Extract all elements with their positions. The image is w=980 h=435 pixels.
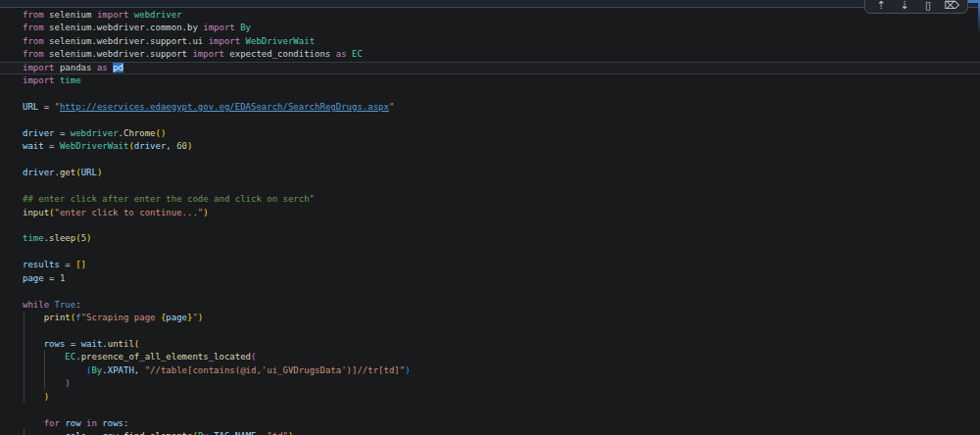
code-line[interactable]: import time [0, 74, 980, 87]
code-token: page [166, 313, 187, 322]
code-line[interactable]: from selenium.webdriver.support.ui impor… [0, 35, 980, 48]
code-line[interactable] [0, 285, 980, 298]
code-token: By [91, 365, 102, 375]
code-token: ) [405, 365, 410, 375]
code-token: , [257, 431, 268, 435]
code-line[interactable]: import pandas as pd [0, 62, 980, 74]
code-token: ) [86, 233, 91, 243]
code-line[interactable]: results = [] [0, 259, 980, 271]
code-line[interactable] [0, 154, 980, 167]
code-token: "td" [267, 431, 288, 435]
code-token: import [209, 36, 241, 46]
code-token: ) [288, 431, 293, 435]
code-token: 1 [60, 273, 65, 283]
code-line[interactable] [0, 88, 980, 101]
code-line[interactable]: from selenium.webdriver.support import e… [0, 48, 980, 61]
code-token: expected_conditions [224, 49, 336, 59]
code-line[interactable]: while True: [0, 299, 980, 312]
code-line[interactable]: from selenium import webdriver [0, 9, 980, 22]
code-token: get [60, 168, 75, 177]
code-token: = [55, 128, 71, 138]
code-token: from [23, 36, 44, 46]
code-line[interactable]: driver.get(URL) [0, 167, 980, 179]
code-token: , [134, 365, 145, 375]
code-token: = [44, 141, 60, 151]
code-token: ( [251, 352, 256, 362]
copy-cell-button[interactable]: ▯ [919, 0, 937, 12]
code-line[interactable]: cols = row.find_elements(By.TAG_NAME, "t… [0, 430, 980, 435]
run-above-icon: ⇡ [876, 0, 885, 11]
code-token [23, 313, 44, 322]
code-line[interactable] [0, 246, 980, 259]
code-token: in [86, 418, 97, 428]
code-token: WebDriverWait [240, 36, 315, 46]
code-token: import [23, 75, 55, 85]
code-line[interactable]: ## enter click after enter the code and … [0, 193, 980, 206]
run-below-icon: ⇣ [900, 0, 908, 11]
notebook-cell-editor: ⇡⇣▯⌦ from selenium import webdriverfrom … [0, 0, 980, 435]
code-token: while [23, 300, 49, 310]
code-line[interactable] [0, 180, 980, 193]
code-line[interactable]: EC.presence_of_all_elements_located( [0, 351, 980, 363]
code-token: ( [134, 339, 139, 349]
code-token: ) [198, 313, 203, 322]
code-token: pandas [55, 63, 97, 72]
code-token: from [23, 23, 44, 32]
code-token: : [123, 418, 128, 428]
code-token: page [23, 273, 44, 283]
code-token: = [86, 431, 102, 435]
delete-cell-button[interactable]: ⌦ [943, 0, 960, 12]
code-token: EC [65, 352, 75, 362]
code-token: from [23, 49, 44, 59]
code-line[interactable]: time.sleep(5) [0, 232, 980, 245]
code-line[interactable]: page = 1 [0, 272, 980, 285]
code-token: results [23, 260, 60, 269]
code-token: selenium [44, 10, 97, 20]
code-token: from [23, 10, 44, 20]
run-below-button[interactable]: ⇣ [896, 0, 913, 12]
code-line[interactable]: ) [0, 391, 980, 404]
code-token: "Scraping page [81, 313, 161, 322]
code-line[interactable]: URL = "http://eservices.edaegypt.gov.eg/… [0, 101, 980, 114]
code-token: import [203, 23, 235, 32]
code-line[interactable]: wait = WebDriverWait(driver, 60) [0, 140, 980, 153]
code-token: By [235, 23, 251, 32]
code-line[interactable] [0, 115, 980, 127]
code-token: ) [97, 168, 102, 177]
code-token: ) [187, 141, 192, 151]
code-line[interactable]: rows = wait.until( [0, 338, 980, 351]
code-token [23, 431, 65, 435]
cell-top-border [0, 0, 980, 8]
code-token: row [65, 418, 80, 428]
code-token: "enter click to continue..." [55, 208, 204, 218]
code-token: time [55, 75, 81, 85]
code-token: wait [81, 339, 103, 349]
code-token [23, 339, 44, 349]
code-token: as [336, 49, 347, 59]
code-editor[interactable]: from selenium import webdriverfrom selen… [0, 9, 980, 435]
copy-cell-icon: ▯ [925, 0, 931, 11]
code-line[interactable]: input("enter click to continue...") [0, 207, 980, 219]
code-token: Chrome [123, 128, 156, 138]
code-token: until [108, 339, 134, 349]
code-line[interactable]: ) [0, 377, 980, 390]
code-token: rows [102, 418, 123, 428]
code-line[interactable]: (By.XPATH, "//table[contains(@id,'ui_GVD… [0, 364, 980, 377]
code-line[interactable] [0, 404, 980, 416]
code-line[interactable] [0, 325, 980, 338]
code-token: input [23, 208, 49, 218]
code-token: rows [44, 339, 66, 349]
code-line[interactable]: from selenium.webdriver.common.by import… [0, 22, 980, 34]
run-above-button[interactable]: ⇡ [872, 0, 890, 12]
code-line[interactable]: for row in rows: [0, 417, 980, 430]
code-token: find_elements [123, 431, 192, 435]
code-token: for [44, 418, 60, 428]
code-line[interactable]: print(f"Scraping page {page}") [0, 312, 980, 324]
code-token: " [389, 102, 394, 112]
code-token: import [97, 10, 129, 20]
code-line[interactable] [0, 219, 980, 232]
code-token: webdriver [71, 128, 119, 138]
code-line[interactable]: driver = webdriver.Chrome() [0, 127, 980, 140]
indent-guide [24, 312, 24, 403]
code-token: [] [75, 260, 86, 269]
